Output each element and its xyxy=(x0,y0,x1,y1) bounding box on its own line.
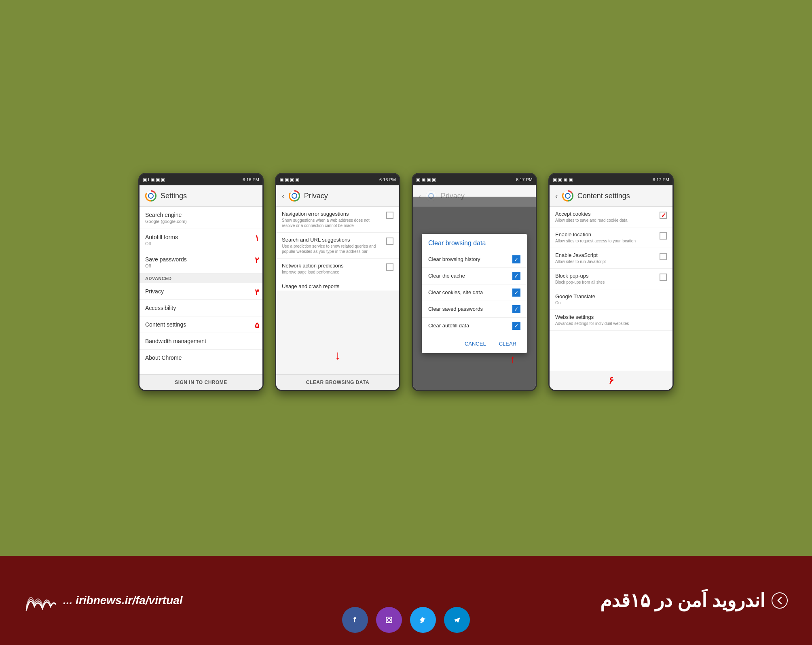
network-action-item[interactable]: Network action predictions Improve page … xyxy=(276,259,399,279)
enable-location-check[interactable] xyxy=(660,232,667,240)
network-action-checkbox[interactable] xyxy=(386,263,393,271)
clear-dialog: Clear browsing data Clear browsing histo… xyxy=(422,234,527,353)
autofill-sub: Off xyxy=(145,241,257,246)
website-settings-item[interactable]: Website settings Advanced settings for i… xyxy=(550,310,672,331)
clear-passwords-item[interactable]: Clear saved passwords ✓ xyxy=(422,301,527,318)
clear-button[interactable]: Clear xyxy=(494,338,521,349)
search-url-item[interactable]: Search and URL suggestions Use a predict… xyxy=(276,233,399,259)
clear-cookies-check[interactable]: ✓ xyxy=(512,289,520,297)
accept-cookies-item[interactable]: Accept cookies Allow sites to save and r… xyxy=(550,207,672,227)
settings-about[interactable]: About Chrome xyxy=(140,350,262,366)
settings-content[interactable]: Content settings ۵ xyxy=(140,316,262,333)
accept-cookies-check[interactable]: ✓ xyxy=(660,212,667,219)
enable-js-item[interactable]: Enable JavaScript Allow sites to run Jav… xyxy=(550,248,672,269)
phone3-status-bar: ▣ ▣ ▣ ▣ 6:17 PM xyxy=(413,174,536,185)
google-translate-item[interactable]: Google Translate On xyxy=(550,289,672,310)
settings-accessibility[interactable]: Accessibility xyxy=(140,300,262,316)
usage-crash-item[interactable]: Usage and crash reports Never send xyxy=(276,279,399,291)
chrome-logo4-icon xyxy=(562,190,573,202)
clear-cookies-item[interactable]: Clear cookies, site data ✓ xyxy=(422,284,527,301)
clear-history-item[interactable]: Clear browsing history ✓ xyxy=(422,251,527,268)
nav-error-checkbox[interactable] xyxy=(386,212,393,219)
phone3-screen: ‹ Privacy Clear browsing data xyxy=(413,185,536,390)
block-popups-item[interactable]: Block pop-ups Block pop-ups from all sit… xyxy=(550,269,672,289)
enable-js-check[interactable] xyxy=(660,253,667,260)
facebook-btn[interactable]: f xyxy=(342,607,368,633)
clear-cache-item[interactable]: Clear the cache ✓ xyxy=(422,268,527,284)
block-popups-check[interactable] xyxy=(660,274,667,281)
facebook-icon: f xyxy=(349,614,361,626)
annotation-6-area: ۶ xyxy=(550,371,672,390)
google-translate-text: Google Translate On xyxy=(555,293,667,306)
search-url-checkbox[interactable] xyxy=(386,238,393,245)
instagram-btn[interactable] xyxy=(376,607,402,633)
p2-status-icons: ▣ ▣ ▣ ▣ xyxy=(279,177,299,182)
network-action-title: Network action predictions xyxy=(282,263,382,269)
settings-save-passwords[interactable]: Save passwords Off ۲ xyxy=(140,251,262,274)
phone4-time: 6:17 PM xyxy=(653,177,669,182)
nav-error-text: Navigation error suggestions Show sugges… xyxy=(282,211,382,228)
annotation-6: ۶ xyxy=(609,375,614,386)
website-settings-title: Website settings xyxy=(555,314,667,320)
annotation-2: ۲ xyxy=(255,255,259,265)
p4-status-icons: ▣ ▣ ▣ ▣ xyxy=(553,177,573,182)
block-popups-text: Block pop-ups Block pop-ups from all sit… xyxy=(555,273,656,285)
content-title: Content settings xyxy=(145,321,257,328)
footer-logo: ... iribnews.ir/fa/virtual xyxy=(24,586,183,615)
google-translate-sub: On xyxy=(555,300,667,306)
twitter-icon xyxy=(417,614,429,626)
clear-passwords-check[interactable]: ✓ xyxy=(512,305,520,313)
svg-text:f: f xyxy=(353,616,356,624)
sign-in-btn[interactable]: SIGN IN TO CHROME xyxy=(140,374,262,390)
about-title: About Chrome xyxy=(145,354,257,361)
website-settings-text: Website settings Advanced settings for i… xyxy=(555,314,667,326)
clear-autofill-check[interactable]: ✓ xyxy=(512,322,520,330)
phone4-header: ‹ Content settings xyxy=(550,185,672,207)
p2-status-left: ▣ ▣ ▣ ▣ xyxy=(279,177,299,182)
clear-passwords-label: Clear saved passwords xyxy=(428,306,483,312)
annotation-3: ۳ xyxy=(255,287,259,297)
privacy-title: Privacy xyxy=(145,288,257,295)
settings-privacy[interactable]: Privacy ۳ xyxy=(140,283,262,300)
autofill-title: Autofill forms xyxy=(145,234,257,240)
enable-js-title: Enable JavaScript xyxy=(555,252,656,258)
phone2-status-bar: ▣ ▣ ▣ ▣ 6:16 PM xyxy=(276,174,399,185)
clear-autofill-item[interactable]: Clear autofill data ✓ xyxy=(422,318,527,334)
accessibility-title: Accessibility xyxy=(145,305,257,311)
clear-dialog-overlay: Clear browsing data Clear browsing histo… xyxy=(413,197,536,390)
accept-cookies-text: Accept cookies Allow sites to save and r… xyxy=(555,211,656,223)
cancel-button[interactable]: Cancel xyxy=(460,338,491,349)
google-translate-title: Google Translate xyxy=(555,293,667,299)
phone1-settings-list: Search engine Google (google.com) Autofi… xyxy=(140,207,262,374)
chrome-logo2-icon xyxy=(289,190,300,202)
twitter-btn[interactable] xyxy=(410,607,436,633)
phone2-list: Navigation error suggestions Show sugges… xyxy=(276,207,399,291)
settings-autofill[interactable]: Autofill forms Off ۱ xyxy=(140,229,262,251)
back-arrow-icon[interactable]: ‹ xyxy=(282,191,285,201)
enable-location-sub: Allow sites to request access to your lo… xyxy=(555,238,656,244)
clear-cache-check[interactable]: ✓ xyxy=(512,272,520,280)
chrome-logo-icon xyxy=(145,190,156,202)
svg-point-5 xyxy=(292,194,296,198)
bandwidth-title: Bandwidth management xyxy=(145,338,257,344)
settings-search-engine[interactable]: Search engine Google (google.com) xyxy=(140,207,262,229)
settings-bandwidth[interactable]: Bandwidth management xyxy=(140,333,262,350)
phone2-time: 6:16 PM xyxy=(379,177,396,182)
nav-error-sub: Show suggestions when a web address does… xyxy=(282,218,382,228)
phone4-status-bar: ▣ ▣ ▣ ▣ 6:17 PM xyxy=(550,174,672,185)
phone2-screen: ‹ Privacy xyxy=(276,185,399,390)
clear-history-check[interactable]: ✓ xyxy=(512,255,520,263)
main-container: ▣ f ▣ ▣ ▣ 6:16 PM xyxy=(0,0,812,645)
footer-title-text: اندروید اَمن در ۱۵قدم xyxy=(600,590,765,611)
p4-back-icon[interactable]: ‹ xyxy=(555,191,558,201)
enable-location-item[interactable]: Enable location Allow sites to request a… xyxy=(550,227,672,248)
svg-point-2 xyxy=(149,194,153,198)
footer: ... iribnews.ir/fa/virtual f xyxy=(0,556,812,645)
status-right: 6:16 PM xyxy=(243,177,259,182)
telegram-btn[interactable] xyxy=(444,607,470,633)
arrow-to-clear: ↑ xyxy=(510,353,516,366)
clear-browsing-data-btn[interactable]: CLEAR BROWSING DATA xyxy=(276,374,399,390)
arrow-to-clear-btn: ↓ xyxy=(335,348,341,362)
nav-error-item[interactable]: Navigation error suggestions Show sugges… xyxy=(276,207,399,233)
clear-history-label: Clear browsing history xyxy=(428,256,480,262)
